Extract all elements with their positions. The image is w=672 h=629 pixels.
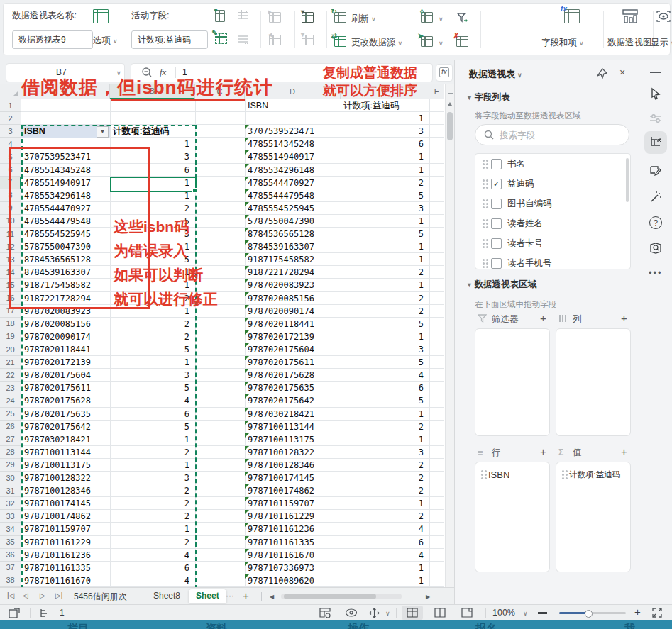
cell-A35[interactable]: 9787101161229 [21,536,110,549]
cell-D38[interactable]: 9787110089620 [245,574,341,587]
cell-B18[interactable]: 2 [110,318,195,330]
cell-E14[interactable]: 2 [341,266,429,279]
zoom-slider-thumb[interactable] [585,610,593,618]
change-source-button[interactable]: 更改数据源∨ [351,37,402,49]
cell-D4[interactable]: 4785514345248 [245,138,341,150]
cell-E6[interactable]: 1 [341,164,429,177]
cell-E10[interactable]: 1 [341,215,429,228]
cell-B6[interactable]: 6 [110,164,195,177]
add-sheet-button[interactable]: + [243,589,249,601]
cell-A14[interactable]: 8784539163307 [21,266,110,279]
cell-D37[interactable]: 9787107336973 [245,562,341,574]
cell-E32[interactable]: 1 [341,497,429,510]
normal-view-button[interactable] [402,606,423,620]
row-header-5[interactable]: 5 [0,150,21,163]
cell-B30[interactable]: 3 [110,472,195,484]
cell-B38[interactable]: 4 [110,574,195,587]
cell-B28[interactable]: 2 [110,446,195,459]
row-header-27[interactable]: 27 [0,433,21,446]
column-header-F[interactable]: F [429,84,444,99]
row-header-8[interactable]: 8 [0,189,21,202]
cell-E33[interactable]: 2 [341,510,429,523]
cell-D8[interactable]: 4785544479548 [245,189,341,202]
row-header-37[interactable]: 37 [0,562,21,574]
spreadsheet-grid[interactable]: ABCDEF 123456789101112131415161718192021… [0,84,445,587]
hscroll-left-icon[interactable]: ◀ [270,594,274,600]
row-header-24[interactable]: 24 [0,394,21,407]
cell-E4[interactable]: 6 [341,138,429,150]
cell-D14[interactable]: 9187221728294 [245,266,341,279]
row-header-1[interactable]: 1 [0,99,21,112]
cell-D32[interactable]: 9787101159707 [245,497,341,510]
field-checkbox[interactable] [491,218,502,229]
field-list-section[interactable]: ▼ 字段列表 [466,91,509,104]
cell-A11[interactable]: 4785554525945 [21,228,110,240]
zone-box-2[interactable] [556,328,631,436]
eye-status-icon[interactable] [345,608,358,618]
cell-E11[interactable]: 5 [341,228,429,240]
drag-handle-icon[interactable] [483,199,485,201]
zone-item[interactable]: 计数项:益迪码 [556,462,630,480]
cell-E25[interactable]: 1 [341,408,429,421]
cell-B27[interactable]: 1 [110,433,195,446]
cell-A29[interactable]: 9787100113175 [21,459,110,472]
field-item-1[interactable]: 书名 [475,154,630,174]
row-header-12[interactable]: 12 [0,240,21,253]
outline-icon[interactable] [40,608,50,618]
row-header-23[interactable]: 23 [0,382,21,394]
collapse-panel-icon[interactable] [650,72,661,73]
cell-E9[interactable]: 3 [341,202,429,215]
row-header-18[interactable]: 18 [0,318,21,330]
cell-A18[interactable]: 9787020085156 [21,318,110,330]
cell-B21[interactable]: 1 [110,356,195,369]
cell-B24[interactable]: 4 [110,394,195,407]
active-field-input[interactable]: 计数项:益迪码 [131,30,208,49]
cell-A8[interactable]: 4785534296148 [21,189,110,202]
fullscreen-icon[interactable] [651,607,663,618]
cell-A10[interactable]: 4785544479548 [21,215,110,228]
chevron-down-icon[interactable]: ∨ [385,610,390,617]
zone-add-button[interactable]: + [621,445,627,457]
row-header-32[interactable]: 32 [0,497,21,510]
zoom-slider[interactable] [559,612,626,614]
cell-D34[interactable]: 9787101161236 [245,523,341,535]
cell-D35[interactable]: 9787101161335 [245,536,341,549]
row-header-7[interactable]: 7 [0,177,21,189]
hscrollbar-thumb[interactable] [284,594,376,599]
cell-E7[interactable]: 2 [341,177,429,189]
cell-E31[interactable]: 2 [341,484,429,497]
cell-A34[interactable]: 9787101159707 [21,523,110,535]
cell-E3[interactable]: 3 [341,125,429,138]
field-checkbox[interactable] [491,258,502,269]
chevron-down-icon[interactable]: ∨ [517,72,522,79]
drag-handle-icon[interactable] [483,219,485,221]
cell-A28[interactable]: 9787100113144 [21,446,110,459]
cell-B35[interactable]: 2 [110,536,195,549]
areas-section[interactable]: ▼ 数据透视表区域 [466,279,536,291]
cell-A24[interactable]: 9787020175628 [21,394,110,407]
row-header-25[interactable]: 25 [0,408,21,421]
cell-A9[interactable]: 4785544470927 [21,202,110,215]
cell-D33[interactable]: 9787101161229 [245,510,341,523]
cell-E2[interactable]: 1 [341,112,429,125]
cell-E20[interactable]: 3 [341,343,429,356]
cell-B20[interactable]: 5 [110,343,195,356]
row-header-11[interactable]: 11 [0,228,21,240]
cell-B37[interactable]: 6 [110,562,195,574]
cell-D15[interactable]: 9787020083923 [245,279,341,291]
cell-A23[interactable]: 9787020175611 [21,382,110,394]
refresh-button[interactable]: 刷新∨ [351,13,376,25]
sheet-tab-Sheet[interactable]: Sheet [189,589,226,603]
cell-D25[interactable]: 9787030218421 [245,408,341,421]
cell-E35[interactable]: 6 [341,536,429,549]
scrollbar-thumb[interactable] [447,112,453,140]
cell-A38[interactable]: 9787101161670 [21,574,110,587]
cell-E8[interactable]: 5 [341,189,429,202]
cell-D21[interactable]: 9787020175611 [245,356,341,369]
cell-E36[interactable]: 4 [341,549,429,562]
cell-A15[interactable]: 9187175458582 [21,279,110,291]
zone-box-1[interactable] [475,328,550,436]
pivot-name-input[interactable]: 数据透视表9 [12,30,93,49]
drag-handle-icon[interactable] [483,160,485,162]
cell-E38[interactable]: 1 [341,574,429,587]
